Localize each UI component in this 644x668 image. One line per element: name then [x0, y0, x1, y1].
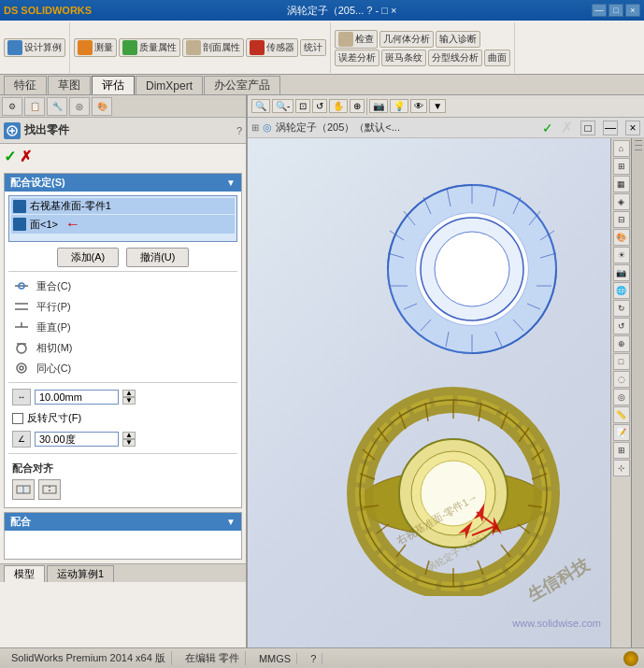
- tangent-option[interactable]: 相切(M): [8, 337, 237, 358]
- rt-btn-scene[interactable]: 🌐: [613, 282, 630, 299]
- selection-item-2[interactable]: 面<1> ←: [11, 215, 235, 234]
- vp-close[interactable]: ×: [625, 121, 640, 135]
- rt-btn-view1[interactable]: ⊞: [613, 158, 630, 175]
- perpendicular-option[interactable]: 垂直(P): [8, 317, 237, 337]
- confirm-button[interactable]: ✓: [4, 148, 16, 165]
- vp-btn-section[interactable]: ⊕: [350, 99, 365, 113]
- help-icon[interactable]: ?: [310, 653, 316, 664]
- minimize-button[interactable]: —: [592, 4, 607, 17]
- design-study-button[interactable]: 设计算例: [4, 38, 65, 57]
- status-left: SolidWorks Premium 2014 x64 版: [6, 651, 172, 665]
- maximize-button[interactable]: □: [608, 4, 623, 17]
- measure-button[interactable]: 测量: [74, 38, 117, 57]
- vp-btn-hide[interactable]: 👁: [410, 99, 427, 113]
- check-button[interactable]: 检查: [335, 30, 378, 49]
- vp-btn-zoom-fit[interactable]: ⊡: [295, 99, 310, 113]
- angle-spinner-down[interactable]: ▼: [122, 439, 136, 447]
- status-check-green[interactable]: ✓: [542, 121, 553, 135]
- separator-3: [8, 453, 237, 454]
- feature-tab-icon1[interactable]: ⚙: [2, 97, 22, 116]
- rt-btn-section-view[interactable]: ⊕: [613, 335, 630, 352]
- rt-btn-hide[interactable]: ◌: [613, 371, 630, 388]
- rt-btn-rotate-y[interactable]: ↺: [613, 318, 630, 334]
- panel-help[interactable]: ?: [236, 125, 242, 136]
- model-tab[interactable]: 模型: [4, 565, 45, 582]
- rt-btn-wireframe[interactable]: □: [613, 353, 630, 370]
- rt-btn-camera[interactable]: 📷: [613, 264, 630, 281]
- rt-btn-grid[interactable]: ⊞: [613, 442, 630, 459]
- tab-office[interactable]: 办公室产品: [204, 76, 280, 94]
- rt-btn-view4[interactable]: ⊟: [613, 211, 630, 228]
- bottom-header[interactable]: 配合 ▼: [5, 513, 241, 531]
- rt-btn-transparency[interactable]: ◎: [613, 389, 630, 405]
- add-button[interactable]: 添加(A): [57, 248, 120, 267]
- tab-dimxpert[interactable]: DimXpert: [136, 76, 203, 94]
- motion-tab[interactable]: 运动算例1: [47, 565, 114, 582]
- angle-input[interactable]: [35, 432, 119, 447]
- rt-btn-colors[interactable]: 🎨: [613, 229, 630, 246]
- right-toolbar: ⌂ ⊞ ▦ ◈ ⊟ 🎨 ☀ 📷 🌐 ↻ ↺ ⊕ □ ◌ ◎ 📏 📝 ⊞ ⊹: [610, 138, 631, 647]
- tab-features[interactable]: 特征: [4, 76, 47, 94]
- align-icon-1[interactable]: [12, 479, 35, 500]
- zebra-button[interactable]: 斑马条纹: [381, 50, 426, 66]
- title-bar-controls[interactable]: — □ ×: [592, 4, 640, 17]
- vp-btn-more[interactable]: ▼: [429, 99, 446, 113]
- tab-evaluate[interactable]: 评估: [92, 76, 135, 94]
- concentric-option[interactable]: 同心(C): [8, 358, 237, 378]
- vp-btn-pan[interactable]: ✋: [329, 99, 348, 113]
- parallel-option[interactable]: 平行(P): [8, 296, 237, 317]
- input-diagnosis-button[interactable]: 输入诊断: [436, 31, 480, 48]
- parting-line-button[interactable]: 分型线分析: [428, 50, 482, 66]
- vp-btn-rotate[interactable]: ↺: [312, 99, 327, 113]
- match-header[interactable]: 配合设定(S) ▼: [5, 174, 241, 192]
- align-icon-2[interactable]: [38, 479, 61, 500]
- rt-btn-home[interactable]: ⌂: [613, 140, 630, 157]
- feature-tab-icon4[interactable]: ◎: [69, 97, 90, 116]
- vp-minimize[interactable]: —: [603, 121, 618, 135]
- rt-btn-light[interactable]: ☀: [613, 247, 630, 263]
- close-button[interactable]: ×: [625, 4, 640, 17]
- feature-tab-icon3[interactable]: 🔧: [47, 97, 67, 116]
- bottom-collapse-arrow[interactable]: ▼: [226, 517, 236, 527]
- cancel-button[interactable]: ✗: [20, 148, 32, 165]
- sensor-button[interactable]: 传感器: [246, 38, 298, 57]
- rt-btn-view2[interactable]: ▦: [613, 176, 630, 192]
- tab-sketch[interactable]: 草图: [48, 76, 91, 94]
- rt-btn-axis[interactable]: ⊹: [613, 460, 630, 476]
- section-props-button[interactable]: 剖面属性: [182, 38, 244, 57]
- geometry-analysis-button[interactable]: 几何体分析: [379, 31, 434, 48]
- statistics-button[interactable]: 统计: [300, 39, 326, 56]
- status-x-gray[interactable]: ✗: [561, 119, 573, 136]
- surface-button[interactable]: 曲面: [484, 50, 510, 66]
- selection-icon-2: [13, 218, 26, 231]
- mass-properties-button[interactable]: 质量属性: [119, 38, 180, 57]
- canvas-area[interactable]: 右视基准面-零件1→ 涡轮定子（205） 生信科技 www.solidwise.…: [248, 138, 610, 647]
- undo-button[interactable]: 撤消(U): [126, 248, 189, 267]
- sensor-icon: [250, 40, 265, 55]
- rt-btn-measure[interactable]: 📏: [613, 406, 630, 423]
- vp-btn-view[interactable]: 📷: [369, 99, 388, 113]
- vp-btn-display[interactable]: 💡: [390, 99, 408, 113]
- vp-btn-2[interactable]: 🔍-: [272, 99, 293, 113]
- dimension-input[interactable]: [35, 390, 119, 405]
- reverse-checkbox[interactable]: [12, 413, 23, 424]
- selection-item-1[interactable]: 右视基准面-零件1: [11, 198, 235, 214]
- selection-icon-1: [13, 200, 26, 213]
- vp-btn-1[interactable]: 🔍: [251, 99, 270, 113]
- error-analysis-button[interactable]: 误差分析: [335, 50, 379, 66]
- bottom-header-label: 配合: [10, 515, 31, 529]
- spinner-down[interactable]: ▼: [122, 397, 136, 405]
- rt-btn-view3[interactable]: ◈: [613, 193, 630, 210]
- coincident-option[interactable]: 重合(C): [8, 276, 237, 296]
- rt-btn-rotate-x[interactable]: ↻: [613, 300, 630, 317]
- feature-tab-icon5[interactable]: 🎨: [92, 97, 112, 116]
- status-help[interactable]: ?: [305, 653, 322, 664]
- vp-expand-icon[interactable]: ⊞: [251, 122, 259, 133]
- status-bar: SolidWorks Premium 2014 x64 版 在编辑 零件 MMG…: [0, 647, 644, 668]
- rt-btn-note[interactable]: 📝: [613, 424, 630, 441]
- vp-controls[interactable]: □: [580, 121, 595, 135]
- svg-point-12: [20, 366, 23, 370]
- vp-model-icon: ◎: [263, 121, 272, 134]
- collapse-arrow[interactable]: ▼: [226, 178, 236, 188]
- feature-tab-icon2[interactable]: 📋: [24, 97, 45, 116]
